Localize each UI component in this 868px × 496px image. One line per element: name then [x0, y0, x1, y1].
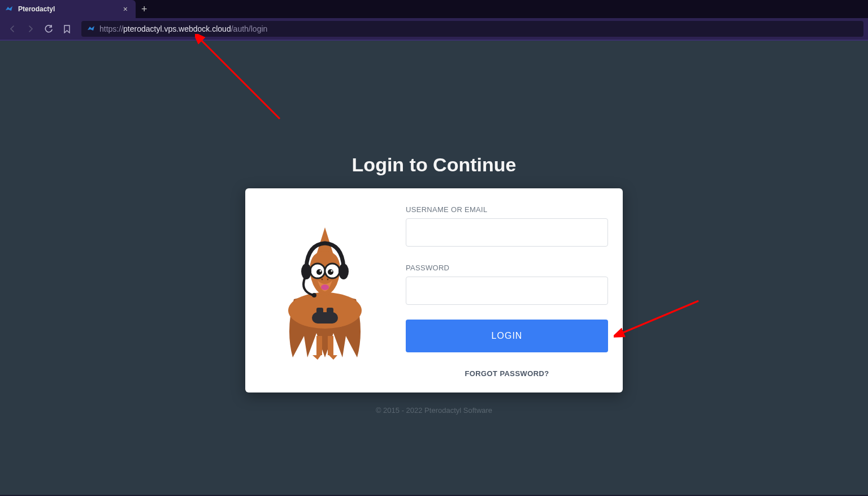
svg-rect-4 [316, 308, 323, 314]
svg-point-17 [312, 293, 316, 297]
url-host: pterodactyl.vps.webdock.cloud [123, 24, 231, 33]
browser-chrome: Pterodactyl × + https://pterodactyl.vps. [0, 0, 868, 41]
svg-point-11 [316, 269, 322, 275]
svg-rect-2 [328, 336, 333, 355]
login-button[interactable]: LOGIN [406, 320, 608, 352]
svg-point-16 [338, 264, 349, 279]
username-label: USERNAME OR EMAIL [406, 205, 608, 214]
username-input[interactable] [406, 218, 608, 247]
mascot-image [260, 203, 390, 378]
svg-point-13 [319, 270, 321, 271]
svg-point-15 [301, 264, 311, 279]
forgot-password-link[interactable]: FORGOT PASSWORD? [406, 369, 608, 378]
tab-title: Pterodactyl [18, 5, 116, 13]
password-label: PASSWORD [406, 264, 608, 272]
reload-icon[interactable] [41, 21, 57, 37]
svg-point-14 [331, 270, 332, 271]
copyright-text: © 2015 - 2022 Pterodactyl Software [376, 406, 492, 415]
login-form: USERNAME OR EMAIL PASSWORD LOGIN FORGOT … [406, 203, 608, 378]
svg-rect-1 [316, 336, 322, 355]
url-scheme: https:// [99, 24, 123, 33]
bookmark-icon[interactable] [59, 21, 75, 37]
active-tab[interactable]: Pterodactyl × [0, 0, 136, 18]
address-bar[interactable]: https://pterodactyl.vps.webdock.cloud/au… [81, 21, 863, 37]
svg-rect-5 [327, 308, 333, 314]
close-icon[interactable]: × [121, 5, 130, 14]
svg-point-8 [327, 278, 329, 280]
svg-point-7 [322, 278, 323, 280]
password-input[interactable] [406, 277, 608, 305]
svg-point-6 [321, 284, 329, 290]
page-body: Login to Continue [0, 41, 868, 495]
url-text: https://pterodactyl.vps.webdock.cloud/au… [99, 24, 267, 33]
back-icon[interactable] [5, 21, 20, 37]
nav-bar: https://pterodactyl.vps.webdock.cloud/au… [0, 18, 868, 41]
url-path: /auth/login [231, 24, 268, 33]
site-favicon-icon [87, 25, 95, 33]
pterodactyl-favicon-icon [5, 5, 14, 14]
forward-icon[interactable] [23, 21, 38, 37]
svg-point-12 [328, 269, 333, 275]
tab-bar: Pterodactyl × + [0, 0, 868, 18]
new-tab-button[interactable]: + [136, 3, 147, 15]
page-title: Login to Continue [352, 154, 517, 176]
login-card: USERNAME OR EMAIL PASSWORD LOGIN FORGOT … [245, 188, 623, 393]
svg-rect-3 [312, 312, 338, 324]
